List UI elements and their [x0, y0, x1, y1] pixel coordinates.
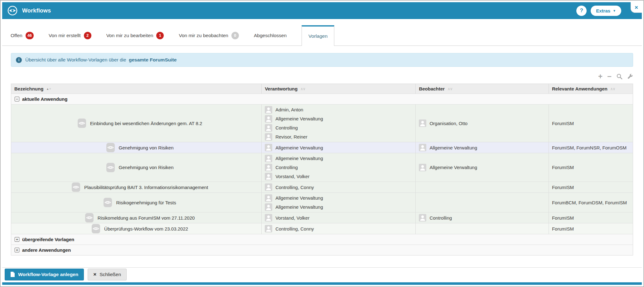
person-icon	[419, 214, 426, 221]
applications-text: ForumISM	[552, 121, 630, 126]
close-button[interactable]: ×	[631, 2, 642, 13]
window-frame: Workflows ? Extras ▼ × Offen46Von mir er…	[0, 0, 644, 287]
eye-logo-icon	[7, 5, 18, 16]
create-template-label: Workflow-Vorlage anlegen	[18, 272, 78, 277]
person-icon	[265, 144, 272, 151]
tab-bar: Offen46Von mir erstellt2Von mir zu bearb…	[2, 25, 642, 46]
tab-label: Abgeschlossen	[254, 33, 287, 38]
close-view-label: Schließen	[99, 272, 121, 277]
chevron-down-icon: ▼	[613, 9, 616, 12]
cell-bezeichnung: Risikomeldung aus ForumISM vom 27.11.202…	[11, 212, 262, 223]
person-entry: Controlling	[265, 123, 412, 132]
tab-von-mir-zu-bearbeiten[interactable]: Von mir zu bearbeiten1	[106, 32, 164, 39]
tab-von-mir-zu-beobachten[interactable]: Von mir zu beobachten0	[179, 32, 239, 39]
cell-verantwortung: Allgemeine VerwaltungAllgemeine Verwaltu…	[262, 193, 416, 212]
table-row[interactable]: Genehmigung von RisikenAllgemeine Verwal…	[11, 142, 633, 153]
close-view-button[interactable]: × Schließen	[88, 269, 127, 280]
cell-beobachter	[416, 182, 549, 192]
tab-offen[interactable]: Offen46	[11, 32, 34, 39]
tab-label: Von mir zu bearbeiten	[106, 33, 153, 38]
cell-bezeichnung: Überprüfungs-Workflow vom 23.03.2022	[11, 223, 262, 234]
group-row-andere-anwendungen[interactable]: +andere Anwendungen	[11, 245, 633, 255]
help-label: ?	[580, 7, 583, 14]
column-header-relevante-anwendungen[interactable]: Relevante Anwendungen∧∨	[549, 84, 633, 94]
create-template-button[interactable]: Workflow-Vorlage anlegen	[5, 269, 84, 280]
cell-verantwortung: Allgemeine Verwaltung	[262, 142, 416, 153]
person-entry: Vorstand, Volker	[265, 213, 412, 222]
person-icon	[419, 164, 426, 171]
collapse-icon[interactable]: −	[15, 97, 19, 101]
page-title: Workflows	[22, 7, 51, 14]
person-icon	[265, 106, 272, 114]
person-entry: Vorstand, Volker	[265, 172, 412, 181]
tab-abgeschlossen[interactable]: Abgeschlossen	[254, 33, 287, 38]
table-row[interactable]: Überprüfungs-Workflow vom 23.03.2022Cont…	[11, 223, 633, 234]
person-entry: Revisor, Reiner	[265, 132, 412, 141]
cell-relevante-anwendungen: ForumISM	[549, 182, 633, 192]
sort-icon: ∧∨	[300, 87, 305, 91]
expand-icon[interactable]: +	[15, 248, 19, 252]
table-row[interactable]: Genehmigung von RisikenAllgemeine Verwal…	[11, 153, 633, 182]
person-icon	[265, 133, 272, 141]
help-button[interactable]: ?	[576, 6, 587, 16]
person-icon	[419, 144, 426, 151]
info-icon: i	[16, 57, 22, 63]
person-name: Admin, Anton	[275, 107, 303, 112]
close-icon: ×	[635, 4, 638, 11]
plus-icon[interactable]: +	[598, 73, 603, 80]
applications-text: ForumISM, ForumNSR, ForumOSM	[552, 145, 630, 150]
group-row-aktuelle-anwendung[interactable]: −aktuelle Anwendung	[11, 94, 633, 104]
column-header-bezeichnung[interactable]: Bezeichnung▲▼	[11, 84, 262, 94]
person-name: Controlling	[275, 165, 298, 170]
workflow-name: Überprüfungs-Workflow vom 23.03.2022	[104, 226, 188, 231]
column-header-label: Beobachter	[419, 86, 445, 91]
cell-beobachter: Controlling	[416, 212, 549, 223]
cell-bezeichnung: Genehmigung von Risiken	[11, 142, 262, 153]
expand-icon[interactable]: +	[15, 237, 19, 242]
person-name: Controlling, Conny	[275, 185, 314, 190]
person-entry: Organisation, Otto	[419, 119, 545, 128]
minus-icon[interactable]: −	[607, 73, 612, 80]
close-x-icon: ×	[93, 271, 96, 278]
footer-bar: Workflow-Vorlage anlegen × Schließen	[2, 267, 642, 281]
search-icon[interactable]	[616, 73, 622, 80]
person-name: Revisor, Reiner	[275, 134, 307, 139]
applications-text: ForumISM	[552, 215, 630, 221]
cell-relevante-anwendungen: ForumBCM, ForumDSM, ForumISM	[549, 193, 633, 212]
person-entry: Controlling	[419, 213, 545, 222]
person-entry: Allgemeine Verwaltung	[265, 202, 412, 212]
tab-label: Vorlagen	[308, 33, 327, 39]
column-header-beobachter[interactable]: Beobachter∧∨	[416, 84, 549, 94]
tab-label: Von mir erstellt	[49, 33, 81, 38]
column-header-verantwortung[interactable]: Verantwortung∧∨	[262, 84, 416, 94]
applications-text: ForumISM	[552, 165, 630, 170]
sort-icon: ▲▼	[46, 87, 51, 90]
workflow-name: Risikogenehmigung für Tests	[116, 200, 176, 205]
table-row[interactable]: Risikogenehmigung für TestsAllgemeine Ve…	[11, 192, 633, 212]
group-label: übergreifende Vorlagen	[22, 237, 74, 242]
person-name: Allgemeine Verwaltung	[275, 195, 323, 201]
tab-vorlagen[interactable]: Vorlagen	[302, 25, 334, 46]
person-entry: Allgemeine Verwaltung	[265, 114, 412, 123]
extras-label: Extras	[596, 8, 610, 13]
tab-von-mir-erstellt[interactable]: Von mir erstellt2	[49, 32, 91, 39]
workflow-name: Genehmigung von Risiken	[119, 165, 174, 170]
cell-beobachter: Allgemeine Verwaltung	[416, 142, 549, 153]
person-icon	[265, 155, 272, 162]
person-entry: Allgemeine Verwaltung	[419, 163, 545, 172]
table-row[interactable]: Einbindung bei wesentlichen Änderungen g…	[11, 104, 633, 142]
person-entry: Allgemeine Verwaltung	[419, 143, 545, 152]
table-row[interactable]: Risikomeldung aus ForumISM vom 27.11.202…	[11, 212, 633, 223]
person-name: Controlling	[429, 215, 452, 221]
wrench-icon[interactable]	[627, 74, 633, 80]
extras-button[interactable]: Extras ▼	[591, 6, 621, 16]
table-body: −aktuelle AnwendungEinbindung bei wesent…	[11, 94, 633, 255]
person-icon	[265, 164, 272, 171]
cell-verantwortung: Controlling, Conny	[262, 223, 416, 234]
table-row[interactable]: Plausibilitätsprüfung BAIT 3. Informatio…	[11, 182, 633, 192]
group-row-übergreifende-vorlagen[interactable]: +übergreifende Vorlagen	[11, 234, 633, 245]
cell-beobachter: Allgemeine Verwaltung	[416, 153, 549, 182]
cell-relevante-anwendungen: ForumISM	[549, 223, 633, 234]
person-name: Allgemeine Verwaltung	[429, 145, 477, 150]
person-entry: Allgemeine Verwaltung	[265, 193, 412, 202]
